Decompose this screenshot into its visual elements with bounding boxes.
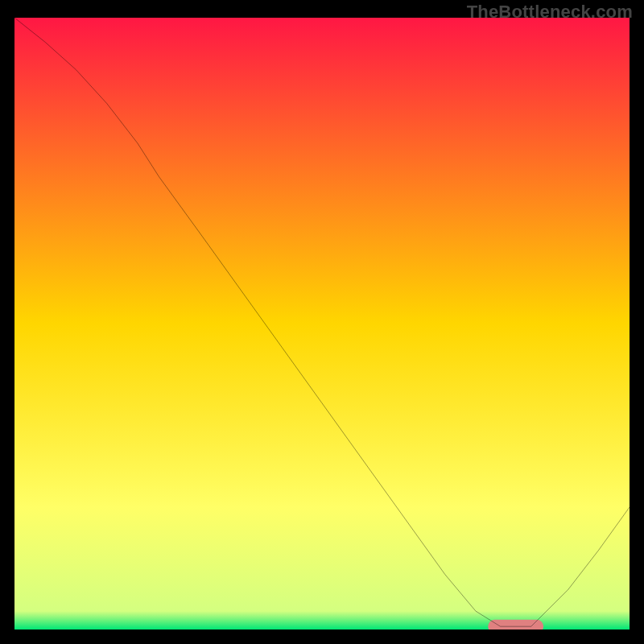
- marker-layer: [488, 620, 543, 630]
- gradient-fill: [14, 18, 630, 630]
- watermark-text: TheBottleneck.com: [467, 2, 633, 23]
- bottleneck-chart: [14, 18, 630, 630]
- optimal-zone: [488, 620, 543, 630]
- chart-plot-area: [14, 18, 630, 630]
